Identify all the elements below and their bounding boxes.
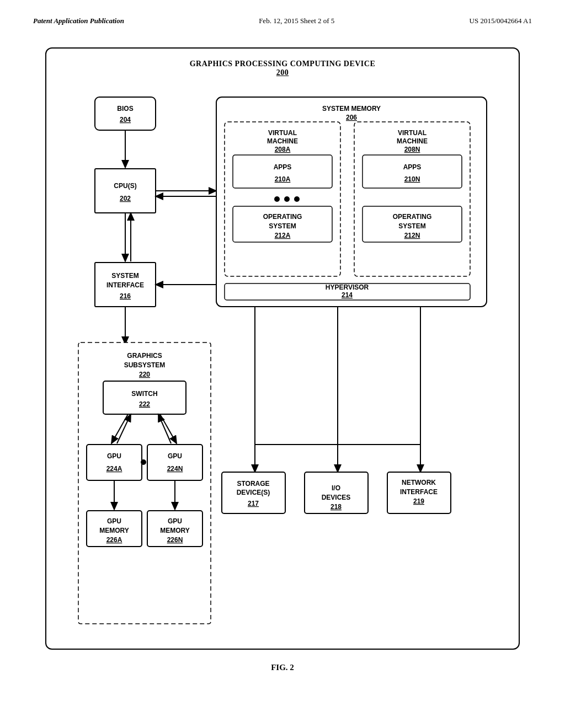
gpumem226n-label1: GPU [168,517,182,525]
header-patent-number: US 2015/0042664 A1 [470,17,532,25]
gpu224n-num: 224N [167,465,183,473]
si-label2: INTERFACE [106,281,144,289]
svg-rect-0 [95,97,156,130]
vm208n-num: 208N [404,146,420,153]
storage-label2: DEVICE(S) [237,489,270,496]
apps210n-label: APPS [403,163,422,171]
page: Patent Application Publication Feb. 12, … [0,0,565,728]
si-label1: SYSTEM [111,272,138,280]
svg-rect-2 [95,169,156,213]
apps210a-num: 210A [275,175,291,183]
diagram-container: GRAPHICS PROCESSING COMPUTING DEVICE 200… [45,47,520,650]
io-label2: DEVICES [322,494,351,501]
os212a-label1: OPERATING [263,213,302,221]
switch-num: 222 [139,400,150,408]
fig-caption: FIG. 2 [33,663,532,672]
gpumem226n-num: 226N [167,536,183,544]
gs-label1: GRAPHICS [127,352,162,360]
os212n-label2: SYSTEM [398,222,425,230]
storage-num: 217 [248,500,259,507]
hypervisor-label: HYPERVISOR [326,283,369,291]
si-num: 216 [120,292,131,300]
gpu224a-label: GPU [107,452,121,460]
svg-point-13 [274,196,280,202]
svg-point-15 [294,196,300,202]
diagram-svg: BIOS 204 CPU(S) 202 SYSTEM INTERFACE 216 [62,86,503,638]
cpu-label: CPU(S) [114,182,136,190]
os212n-num: 212N [404,232,420,239]
vm208a-label2: MACHINE [267,137,298,145]
network-label2: INTERFACE [400,488,438,496]
gs-num: 220 [139,371,150,378]
gpumem226a-label2: MEMORY [99,527,129,534]
vm208a-label1: VIRTUAL [268,129,297,137]
os212n-label1: OPERATING [393,213,431,221]
sm-label: SYSTEM MEMORY [322,105,381,113]
header-date-sheet: Feb. 12, 2015 Sheet 2 of 5 [259,17,334,25]
svg-point-28 [141,459,146,465]
bios-label: BIOS [117,105,133,113]
bios-num: 204 [120,116,131,124]
storage-label1: STORAGE [237,480,269,488]
gs-label2: SUBSYSTEM [124,361,166,369]
io-num: 218 [331,503,342,511]
gpumem226n-label2: MEMORY [160,527,190,534]
header-publication-label: Patent Application Publication [33,17,124,25]
sm-num: 206 [346,114,357,121]
svg-rect-31 [147,445,202,480]
os212a-label2: SYSTEM [269,222,296,230]
os212a-num: 212A [275,232,291,239]
gpumem226a-num: 226A [106,536,122,544]
switch-label: SWITCH [131,390,157,398]
gpu224a-num: 224A [106,465,122,473]
vm208n-label2: MACHINE [397,137,428,145]
gpumem226a-label1: GPU [107,517,121,525]
vm208n-label1: VIRTUAL [398,129,427,137]
io-label1: I/O [332,484,340,492]
gpu224n-label: GPU [168,452,182,460]
network-num: 219 [413,497,424,505]
network-label1: NETWORK [402,479,436,486]
svg-point-14 [284,196,290,202]
apps210a-label: APPS [274,163,292,171]
diagram-title: GRAPHICS PROCESSING COMPUTING DEVICE 200 [57,60,508,77]
vm208a-num: 208A [275,146,291,153]
page-header: Patent Application Publication Feb. 12, … [33,17,532,25]
svg-rect-27 [87,445,142,480]
cpu-num: 202 [120,195,131,202]
apps210n-num: 210N [404,175,420,183]
hypervisor-num: 214 [342,291,353,299]
